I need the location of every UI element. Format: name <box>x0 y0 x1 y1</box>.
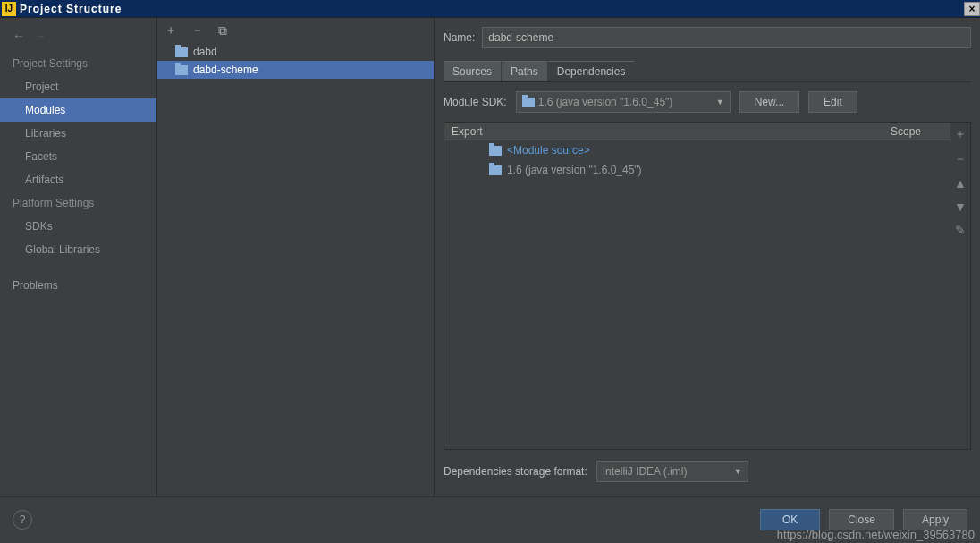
ok-button[interactable]: OK <box>760 509 820 530</box>
nav-back-icon[interactable]: ← <box>13 29 25 43</box>
storage-format-select[interactable]: IntelliJ IDEA (.iml) <box>596 461 748 482</box>
storage-value: IntelliJ IDEA (.iml) <box>603 465 688 478</box>
folder-icon <box>489 146 502 156</box>
dep-library: 1.6 (java version "1.6.0_45") <box>507 164 642 176</box>
section-project-settings: Project Settings <box>0 52 156 75</box>
sidebar-item-global-libraries[interactable]: Global Libraries <box>0 238 156 261</box>
module-item-dabd-scheme[interactable]: dabd-scheme <box>157 61 434 79</box>
sidebar-item-project[interactable]: Project <box>0 75 156 98</box>
sidebar-item-modules[interactable]: Modules <box>0 98 156 122</box>
apply-button[interactable]: Apply <box>903 509 967 530</box>
module-panel: ＋ － ⧉ dabd dabd-scheme <box>156 18 434 496</box>
sidebar-item-artifacts[interactable]: Artifacts <box>0 168 156 191</box>
module-sdk-label: Module SDK: <box>444 96 507 108</box>
help-icon[interactable]: ? <box>13 510 32 530</box>
main-panel: Name: Sources Paths Dependencies Module … <box>434 18 980 496</box>
close-button[interactable]: Close <box>829 509 894 530</box>
sidebar-item-problems[interactable]: Problems <box>0 274 156 297</box>
sidebar-item-sdks[interactable]: SDKs <box>0 215 156 238</box>
nav-forward-icon: → <box>34 29 46 43</box>
col-scope: Scope <box>861 125 950 138</box>
titlebar: IJ Project Structure × <box>0 0 980 18</box>
section-platform-settings: Platform Settings <box>0 191 156 215</box>
folder-icon <box>489 165 502 175</box>
table-row[interactable]: 1.6 (java version "1.6.0_45") <box>444 160 950 180</box>
module-sdk-select[interactable]: 1.6 (java version "1.6.0_45") <box>516 91 731 113</box>
sdk-value: 1.6 (java version "1.6.0_45") <box>538 96 673 108</box>
module-label: dabd-scheme <box>193 64 258 76</box>
remove-dep-icon[interactable]: － <box>954 151 967 167</box>
tab-sources[interactable]: Sources <box>444 61 501 81</box>
sidebar-item-libraries[interactable]: Libraries <box>0 122 156 145</box>
folder-icon <box>522 98 535 107</box>
move-up-icon[interactable]: ▲ <box>954 176 967 191</box>
edit-button[interactable]: Edit <box>808 91 858 113</box>
dependencies-table: Export Scope <Module source> 1.6 (java v… <box>444 123 950 449</box>
add-icon[interactable]: ＋ <box>165 22 177 38</box>
remove-icon[interactable]: － <box>191 22 204 38</box>
col-export: Export <box>444 125 861 138</box>
sidebar: ← → Project Settings Project Modules Lib… <box>0 18 156 496</box>
edit-dep-icon[interactable]: ✎ <box>955 223 966 237</box>
footer: ? OK Close Apply <box>0 496 980 541</box>
move-down-icon[interactable]: ▼ <box>954 199 967 214</box>
app-icon: IJ <box>2 2 16 16</box>
name-input[interactable] <box>482 27 971 48</box>
add-dep-icon[interactable]: ＋ <box>954 126 967 142</box>
close-icon[interactable]: × <box>964 2 980 16</box>
dep-module-source: <Module source> <box>507 144 590 157</box>
tab-dependencies[interactable]: Dependencies <box>548 61 635 81</box>
module-item-dabd[interactable]: dabd <box>157 43 434 61</box>
copy-icon[interactable]: ⧉ <box>218 23 227 38</box>
window-title: Project Structure <box>20 3 122 15</box>
new-button[interactable]: New... <box>739 91 799 113</box>
tab-paths[interactable]: Paths <box>502 61 547 81</box>
folder-icon <box>175 47 188 57</box>
module-label: dabd <box>193 46 217 58</box>
sidebar-item-facets[interactable]: Facets <box>0 145 156 168</box>
folder-icon <box>175 65 188 75</box>
storage-label: Dependencies storage format: <box>444 465 587 478</box>
table-row[interactable]: <Module source> <box>444 140 950 160</box>
name-label: Name: <box>444 31 475 44</box>
